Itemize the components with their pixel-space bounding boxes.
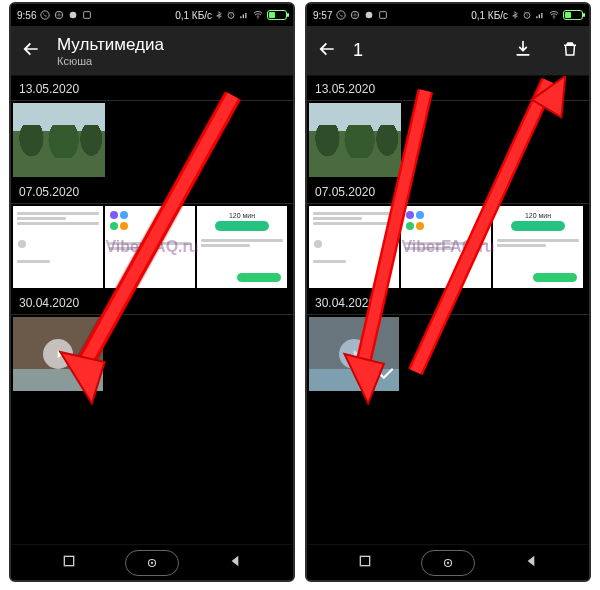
app-icon-2 [82,10,92,20]
nav-home-button[interactable] [125,550,179,576]
wifi-icon [252,10,264,20]
app-bar-selection: 1 [307,26,589,76]
status-net: 0,1 КБ/с [471,10,508,21]
battery-icon [267,10,287,20]
download-button[interactable] [513,39,533,63]
whatsapp-icon [336,10,346,20]
media-thumbnail[interactable] [105,206,195,288]
signal-icon [239,10,249,20]
app-icon-2 [378,10,388,20]
page-subtitle: Ксюша [57,55,164,67]
app-icon [364,10,374,20]
page-title: Мультимедиа [57,35,164,55]
media-thumbnail[interactable]: 120 мин [493,206,583,288]
battery-icon [563,10,583,20]
nav-recent-button[interactable] [357,553,373,573]
status-bar: 9:56 0,1 КБ/с [11,4,293,26]
date-header: 13.05.2020 [307,76,589,101]
date-header: 07.05.2020 [11,179,293,204]
bluetooth-icon [215,10,223,20]
media-gallery[interactable]: 13.05.2020 07.05.2020 120 мин [307,76,589,544]
media-gallery[interactable]: 13.05.2020 07.05.2020 120 мин [11,76,293,544]
svg-point-14 [553,17,554,18]
svg-point-0 [41,11,49,19]
back-button[interactable] [317,39,337,63]
bluetooth-icon [511,10,519,20]
svg-point-11 [366,12,373,19]
app-icon [68,10,78,20]
browser-icon [350,10,360,20]
svg-rect-15 [360,556,369,565]
status-net: 0,1 КБ/с [175,10,212,21]
date-header: 07.05.2020 [307,179,589,204]
alarm-icon [522,10,532,20]
media-thumbnail[interactable] [13,103,105,177]
svg-rect-3 [84,12,91,19]
media-thumbnail[interactable] [309,103,401,177]
whatsapp-icon [40,10,50,20]
media-thumbnail[interactable]: 120 мин [197,206,287,288]
nav-home-button[interactable] [421,550,475,576]
nav-back-button[interactable] [227,553,243,573]
status-bar: 9:57 0,1 КБ/с [307,4,589,26]
phone-right: 9:57 0,1 КБ/с [305,2,591,582]
selected-check-icon [377,365,395,387]
alarm-icon [226,10,236,20]
selection-count: 1 [353,40,363,61]
date-header: 30.04.2020 [307,290,589,315]
media-thumbnail-video-selected[interactable] [309,317,399,391]
play-icon [43,339,73,369]
svg-rect-6 [64,556,73,565]
media-thumbnail[interactable] [13,206,103,288]
delete-button[interactable] [561,39,579,63]
status-time: 9:57 [313,10,332,21]
media-thumbnail[interactable] [309,206,399,288]
svg-point-8 [151,561,153,563]
nav-back-button[interactable] [523,553,539,573]
svg-point-17 [447,561,449,563]
status-time: 9:56 [17,10,36,21]
date-header: 30.04.2020 [11,290,293,315]
svg-rect-12 [380,12,387,19]
back-button[interactable] [21,39,41,63]
svg-point-2 [70,12,77,19]
nav-bar [11,544,293,580]
media-thumbnail-video[interactable] [13,317,103,391]
date-header: 13.05.2020 [11,76,293,101]
phone-left: 9:56 0,1 КБ/с [9,2,295,582]
svg-point-9 [337,11,345,19]
nav-recent-button[interactable] [61,553,77,573]
app-bar: Мультимедиа Ксюша [11,26,293,76]
media-thumbnail[interactable] [401,206,491,288]
browser-icon [54,10,64,20]
nav-bar [307,544,589,580]
svg-point-5 [257,17,258,18]
wifi-icon [548,10,560,20]
signal-icon [535,10,545,20]
